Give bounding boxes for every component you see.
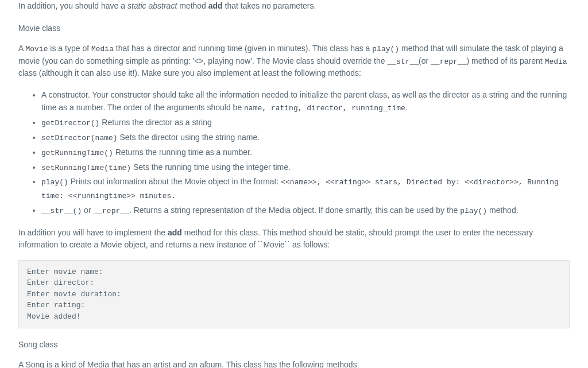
bullet-code: __str__(): [41, 207, 82, 215]
bullet-code: __repr__: [93, 207, 129, 215]
movie-add-paragraph: In addition you will have to implement t…: [18, 227, 570, 251]
bullet-code: getDirector(): [41, 119, 99, 127]
bullet-code: play(): [460, 207, 487, 215]
movie-desc-t0: A: [18, 44, 25, 53]
bullet-text: Sets the running time using the integer …: [131, 162, 291, 172]
bullet-text: . Returns a string representation of the…: [129, 206, 460, 215]
bullet-code: getRunningTime(): [41, 149, 113, 157]
list-item: setRunningTime(time) Sets the running ti…: [41, 161, 570, 175]
intro-text-3: that takes no parameters.: [223, 1, 316, 10]
movie-desc-c1: Media: [91, 45, 114, 53]
bullet-code: name, rating, director, running_time: [244, 104, 405, 113]
movie-desc-c0: Movie: [25, 45, 48, 53]
movie-class-heading: Movie class: [18, 22, 570, 34]
song-description: A Song is a kind of Media that has an ar…: [18, 359, 570, 368]
song-class-heading: Song class: [18, 339, 570, 351]
bullet-code: setDirector(name): [41, 134, 118, 142]
movie-add-codeblock: Enter movie name: Enter director: Enter …: [18, 260, 570, 329]
movie-desc-c4: __repr__: [431, 57, 466, 66]
movie-desc-c3: __str__: [387, 57, 419, 66]
add-text-0: In addition you will have to implement t…: [18, 228, 168, 237]
bullet-text: Prints out information about the Movie o…: [68, 177, 281, 186]
movie-desc-t1: is a type of: [48, 44, 91, 53]
movie-description: A Movie is a type of Media that has a di…: [18, 42, 570, 79]
list-item: A constructor. Your constructor should t…: [41, 88, 570, 115]
bullet-code: setRunningTime(time): [41, 164, 131, 172]
movie-desc-t2: that has a director and running time (gi…: [114, 44, 372, 53]
list-item: play() Prints out information about the …: [41, 175, 570, 203]
add-bold: add: [168, 228, 182, 237]
list-item: __str__() or __repr__. Returns a string …: [41, 204, 570, 218]
movie-desc-c5: Media: [545, 57, 567, 66]
intro-text-2: method: [177, 1, 208, 10]
list-item: getRunningTime() Returns the running tim…: [41, 146, 570, 160]
document-body: In addition, you should have a static ab…: [0, 0, 588, 368]
bullet-text: Returns the director as a string: [99, 118, 211, 127]
movie-desc-c2: play(): [372, 45, 399, 53]
intro-text-1: In addition, you should have a: [18, 1, 127, 10]
movie-methods-list: A constructor. Your constructor should t…: [18, 88, 570, 218]
list-item: getDirector() Returns the director as a …: [41, 116, 570, 130]
list-item: setDirector(name) Sets the director usin…: [41, 131, 570, 145]
movie-desc-t5: ) method of its parent: [466, 56, 544, 65]
movie-desc-t4: (or: [419, 56, 431, 65]
bullet-text: method.: [487, 206, 518, 215]
bullet-text: or: [82, 206, 93, 215]
bullet-text: Returns the running time as a number.: [113, 148, 252, 157]
bullet-text: Sets the director using the string name.: [118, 133, 260, 142]
bullet-text: .: [405, 103, 408, 112]
movie-desc-t6: class (although it can also use it!). Ma…: [18, 68, 361, 78]
intro-italic: static abstract: [127, 1, 177, 10]
intro-bold: add: [208, 1, 223, 10]
bullet-code: play(): [41, 178, 68, 187]
intro-paragraph: In addition, you should have a static ab…: [18, 0, 570, 12]
